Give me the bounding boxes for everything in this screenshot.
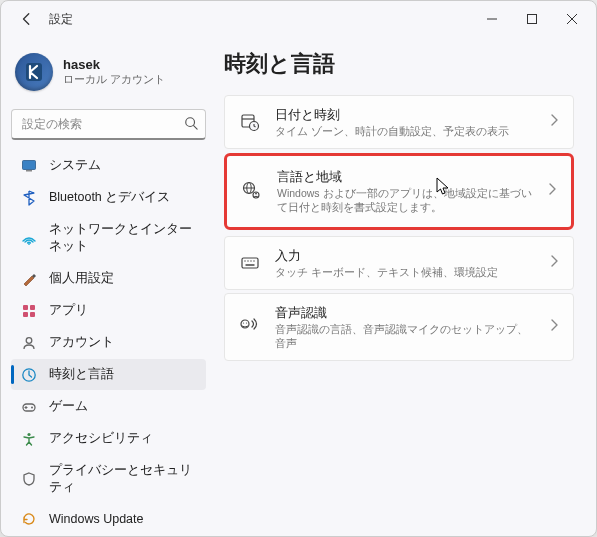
svg-point-17 — [31, 406, 33, 408]
svg-rect-7 — [23, 160, 36, 169]
svg-point-9 — [28, 243, 30, 245]
language-region-icon — [241, 180, 263, 202]
card-body: 音声認識 音声認識の言語、音声認識マイクのセットアップ、音声 — [275, 304, 536, 350]
sidebar-item-label: ネットワークとインターネット — [49, 221, 196, 255]
close-button[interactable] — [552, 4, 592, 34]
svg-line-6 — [194, 125, 198, 129]
card-speech[interactable]: 音声認識 音声認識の言語、音声認識マイクのセットアップ、音声 — [224, 293, 574, 361]
card-body: 入力 タッチ キーボード、テキスト候補、環境設定 — [275, 247, 536, 279]
main-content: 時刻と言語 日付と時刻 タイム ゾーン、時計の自動設定、予定表の表示 言語と地域… — [216, 37, 596, 536]
network-icon — [21, 230, 37, 246]
sidebar: hasek ローカル アカウント システム Bluetooth とデバイス — [1, 37, 216, 536]
chevron-right-icon — [548, 182, 557, 200]
sidebar-item-system[interactable]: システム — [11, 150, 206, 181]
svg-rect-8 — [26, 170, 32, 172]
svg-point-18 — [27, 432, 30, 435]
svg-point-26 — [255, 193, 257, 195]
minimize-button[interactable] — [472, 4, 512, 34]
sidebar-item-time-language[interactable]: 時刻と言語 — [11, 359, 206, 390]
settings-window: 設定 hasek ローカル アカウント — [0, 0, 597, 537]
svg-rect-1 — [528, 15, 537, 24]
keyboard-icon — [239, 252, 261, 274]
chevron-right-icon — [550, 254, 559, 272]
card-body: 日付と時刻 タイム ゾーン、時計の自動設定、予定表の表示 — [275, 106, 536, 138]
account-text: hasek ローカル アカウント — [63, 57, 165, 87]
svg-point-34 — [243, 322, 244, 323]
sidebar-item-label: 個人用設定 — [49, 270, 114, 287]
sidebar-item-label: 時刻と言語 — [49, 366, 114, 383]
sidebar-item-bluetooth[interactable]: Bluetooth とデバイス — [11, 182, 206, 213]
sidebar-item-label: Windows Update — [49, 512, 144, 526]
sidebar-item-label: システム — [49, 157, 101, 174]
svg-point-14 — [26, 337, 32, 343]
svg-rect-13 — [30, 312, 35, 317]
sidebar-item-privacy[interactable]: プライバシーとセキュリティ — [11, 455, 206, 503]
nav-list: システム Bluetooth とデバイス ネットワークとインターネット 個人用設… — [11, 150, 206, 534]
system-icon — [21, 158, 37, 174]
svg-rect-11 — [30, 305, 35, 310]
card-desc: タッチ キーボード、テキスト候補、環境設定 — [275, 265, 536, 279]
sidebar-item-accessibility[interactable]: アクセシビリティ — [11, 423, 206, 454]
sidebar-item-label: アカウント — [49, 334, 114, 351]
card-typing[interactable]: 入力 タッチ キーボード、テキスト候補、環境設定 — [224, 236, 574, 290]
apps-icon — [21, 303, 37, 319]
close-icon — [567, 14, 577, 24]
account-name: hasek — [63, 57, 165, 72]
chevron-right-icon — [550, 113, 559, 131]
sidebar-item-personalization[interactable]: 個人用設定 — [11, 263, 206, 294]
personalization-icon — [21, 271, 37, 287]
sidebar-item-label: プライバシーとセキュリティ — [49, 462, 196, 496]
card-desc: 音声認識の言語、音声認識マイクのセットアップ、音声 — [275, 322, 536, 350]
svg-point-31 — [253, 260, 254, 261]
sidebar-item-label: Bluetooth とデバイス — [49, 189, 170, 206]
svg-rect-10 — [23, 305, 28, 310]
card-title: 音声認識 — [275, 304, 536, 322]
card-title: 入力 — [275, 247, 536, 265]
chevron-right-icon — [550, 318, 559, 336]
svg-point-28 — [244, 260, 245, 261]
account-type: ローカル アカウント — [63, 72, 165, 87]
sidebar-item-label: ゲーム — [49, 398, 88, 415]
window-title: 設定 — [49, 11, 73, 28]
avatar — [15, 53, 53, 91]
bluetooth-icon — [21, 190, 37, 206]
time-language-icon — [21, 367, 37, 383]
svg-point-29 — [247, 260, 248, 261]
calendar-clock-icon — [239, 111, 261, 133]
card-title: 言語と地域 — [277, 168, 534, 186]
sidebar-item-gaming[interactable]: ゲーム — [11, 391, 206, 422]
sidebar-item-label: アクセシビリティ — [49, 430, 153, 447]
gaming-icon — [21, 399, 37, 415]
svg-rect-27 — [242, 258, 258, 268]
window-controls — [472, 4, 592, 34]
card-date-time[interactable]: 日付と時刻 タイム ゾーン、時計の自動設定、予定表の表示 — [224, 95, 574, 149]
card-desc: Windows および一部のアプリは、地域設定に基づいて日付と時刻を書式設定しま… — [277, 186, 534, 214]
card-desc: タイム ゾーン、時計の自動設定、予定表の表示 — [275, 124, 536, 138]
sidebar-item-label: アプリ — [49, 302, 88, 319]
avatar-k-icon — [22, 60, 46, 84]
windows-update-icon — [21, 511, 37, 527]
window-body: hasek ローカル アカウント システム Bluetooth とデバイス — [1, 37, 596, 536]
sidebar-item-accounts[interactable]: アカウント — [11, 327, 206, 358]
sidebar-item-apps[interactable]: アプリ — [11, 295, 206, 326]
card-language-region[interactable]: 言語と地域 Windows および一部のアプリは、地域設定に基づいて日付と時刻を… — [224, 153, 574, 229]
search-icon — [184, 116, 198, 134]
accounts-icon — [21, 335, 37, 351]
card-title: 日付と時刻 — [275, 106, 536, 124]
svg-point-30 — [250, 260, 251, 261]
minimize-icon — [487, 14, 497, 24]
search-box — [11, 109, 206, 140]
search-input[interactable] — [11, 109, 206, 140]
svg-point-5 — [186, 117, 195, 126]
sidebar-item-network[interactable]: ネットワークとインターネット — [11, 214, 206, 262]
account-section[interactable]: hasek ローカル アカウント — [11, 45, 206, 105]
maximize-icon — [527, 14, 537, 24]
sidebar-item-windows-update[interactable]: Windows Update — [11, 504, 206, 534]
page-title: 時刻と言語 — [224, 49, 574, 79]
speech-icon — [239, 316, 261, 338]
accessibility-icon — [21, 431, 37, 447]
back-button[interactable] — [13, 5, 41, 33]
svg-rect-4 — [26, 63, 42, 81]
svg-rect-12 — [23, 312, 28, 317]
maximize-button[interactable] — [512, 4, 552, 34]
